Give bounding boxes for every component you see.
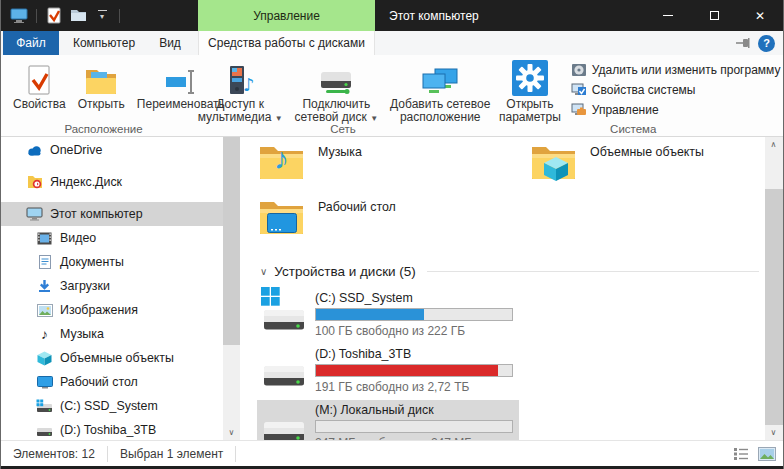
dropdown-icon: ▼ [370, 114, 378, 123]
sidebar-item-this-pc[interactable]: Этот компьютер [1, 202, 223, 226]
new-folder-icon[interactable] [68, 6, 88, 26]
desktop-icon [36, 374, 53, 390]
system-drive-icon [36, 398, 53, 414]
sidebar-item-yandex-disk[interactable]: Яндекс.Диск [1, 170, 223, 194]
window-title: Этот компьютер [389, 0, 479, 31]
sidebar-item-music[interactable]: ♪ Музыка [1, 322, 223, 346]
explorer-window: ▾ Управление Этот компьютер ✕ Файл Компь… [0, 0, 784, 469]
close-button[interactable]: ✕ [737, 0, 783, 31]
add-network-location-icon [421, 60, 459, 98]
this-pc-icon [26, 206, 43, 222]
manage-icon [571, 102, 587, 118]
capacity-bar [315, 364, 513, 377]
settings-gear-icon [512, 60, 548, 98]
sidebar-item-downloads[interactable]: Загрузки [1, 274, 223, 298]
group-label-system: Система [480, 123, 784, 135]
manage-button[interactable]: Управление [571, 102, 781, 118]
maximize-button[interactable] [691, 0, 737, 31]
qat-separator [36, 9, 37, 23]
drive-tile-m[interactable]: (M:) Локальный диск 247 МБ свободно из 2… [257, 400, 519, 440]
sidebar-item-videos[interactable]: Видео [1, 226, 223, 250]
sidebar-item-pictures[interactable]: Изображения [1, 298, 223, 322]
window-controls: ✕ [645, 0, 783, 31]
capacity-bar-fill [316, 309, 424, 320]
windows-logo-overlay-icon [261, 287, 280, 306]
tab-drive-tools[interactable]: Средства работы с дисками [198, 31, 375, 55]
minimize-button[interactable] [645, 0, 691, 31]
sidebar-item-desktop[interactable]: Рабочий стол [1, 370, 223, 394]
media-access-icon: ♪ [224, 60, 256, 98]
tab-file[interactable]: Файл [3, 31, 59, 55]
drive-icon [36, 422, 53, 438]
music-icon: ♪ [36, 326, 53, 342]
status-bar: Элементов: 12 Выбран 1 элемент [1, 440, 783, 466]
system-properties-icon [571, 82, 587, 98]
section-rule [427, 271, 759, 272]
folder-tile-music[interactable]: ♪ Музыка [258, 140, 530, 186]
drive-tile-c[interactable]: (C:) SSD_System 100 ГБ свободно из 222 Г… [257, 288, 519, 341]
status-items-count: Элементов: 12 [1, 446, 108, 462]
uninstall-program-button[interactable]: Удалить или изменить программу [571, 62, 781, 78]
map-network-drive-icon [318, 60, 354, 98]
sidebar-scrollbar-thumb[interactable] [223, 137, 240, 345]
add-network-location-button[interactable]: Добавить сетевое расположение [385, 58, 495, 126]
section-devices-and-drives[interactable]: ∨ Устройства и диски (5) [260, 264, 759, 279]
svg-text:♪: ♪ [243, 74, 255, 95]
main-scroll-down-icon[interactable]: ∨ [765, 425, 782, 440]
cube-overlay-icon [543, 156, 569, 182]
sidebar-item-3d-objects[interactable]: Объемные объекты [1, 346, 223, 370]
documents-icon [36, 254, 53, 270]
system-drive-icon [259, 291, 309, 338]
main-scrollbar[interactable]: ∧ ∨ [765, 137, 783, 440]
drive-free-space: 100 ГБ свободно из 222 ГБ [315, 324, 513, 338]
drive-name: (C:) SSD_System [315, 291, 513, 305]
help-icon[interactable]: ? [758, 35, 775, 52]
ribbon-group-system: Открыть параметры Удалить или изменить п… [480, 55, 784, 136]
this-pc-icon[interactable] [9, 6, 29, 26]
sidebar-scroll-down-icon[interactable]: ∨ [223, 425, 240, 440]
maximize-icon [710, 11, 719, 20]
drive-tile-d[interactable]: (D:) Toshiba_3TB 191 ГБ свободно из 2,72… [257, 344, 519, 397]
tab-computer[interactable]: Компьютер [59, 31, 149, 55]
open-button[interactable]: Открыть [73, 58, 130, 113]
qat-separator [119, 9, 120, 23]
map-network-drive-button[interactable]: Подключить сетевой диск ▼ [290, 58, 383, 127]
sidebar-item-documents[interactable]: Документы [1, 250, 223, 274]
media-access-button[interactable]: ♪ Доступ к мультимедиа ▼ [193, 58, 288, 127]
desktop-overlay-icon [267, 213, 297, 235]
group-label-network: Сеть [206, 123, 480, 135]
main-scrollbar-thumb[interactable] [765, 189, 783, 425]
contextual-tab-manage[interactable]: Управление [198, 0, 375, 31]
files-pane: ♪ Музыка Объемные объекты [240, 137, 765, 440]
ribbon-tabstrip: Файл Компьютер Вид Средства работы с дис… [1, 31, 783, 55]
3d-objects-folder-icon [530, 140, 577, 184]
chevron-down-icon[interactable]: ∨ [260, 266, 267, 277]
qat-customize-dropdown-icon[interactable]: ▾ [92, 6, 112, 26]
sidebar-item-drive-d[interactable]: (D:) Toshiba_3TB [1, 418, 223, 440]
capacity-bar-fill [316, 365, 498, 376]
sidebar-item-onedrive[interactable]: OneDrive [1, 138, 223, 162]
capacity-bar [315, 420, 513, 433]
open-settings-button[interactable]: Открыть параметры [494, 58, 566, 126]
properties-icon [26, 60, 52, 98]
ribbon: Свойства Открыть Переименовать Расположе… [1, 55, 783, 137]
properties-shortcut-icon[interactable] [44, 6, 64, 26]
folder-tile-desktop[interactable]: Рабочий стол [258, 195, 530, 241]
titlebar: ▾ Управление Этот компьютер ✕ [1, 0, 783, 31]
3d-objects-icon [36, 350, 53, 366]
details-view-button[interactable] [731, 445, 751, 463]
folder-tile-3d-objects[interactable]: Объемные объекты [530, 140, 765, 186]
pin-ribbon-icon[interactable] [735, 37, 750, 49]
properties-button[interactable]: Свойства [8, 58, 71, 113]
videos-icon [36, 230, 53, 246]
thumbnails-view-button[interactable] [757, 445, 777, 463]
music-folder-icon: ♪ [258, 140, 305, 184]
tab-view[interactable]: Вид [149, 31, 191, 55]
ribbon-group-network: ♪ Доступ к мультимедиа ▼ Подключить сете… [206, 55, 480, 136]
sidebar-scrollbar[interactable]: ∨ [223, 137, 240, 440]
main-scroll-up-icon[interactable]: ∧ [765, 137, 782, 152]
capacity-bar [315, 308, 513, 321]
system-properties-button[interactable]: Свойства системы [571, 82, 781, 98]
sidebar-item-drive-c[interactable]: (C:) SSD_System [1, 394, 223, 418]
drive-icon [259, 403, 309, 440]
